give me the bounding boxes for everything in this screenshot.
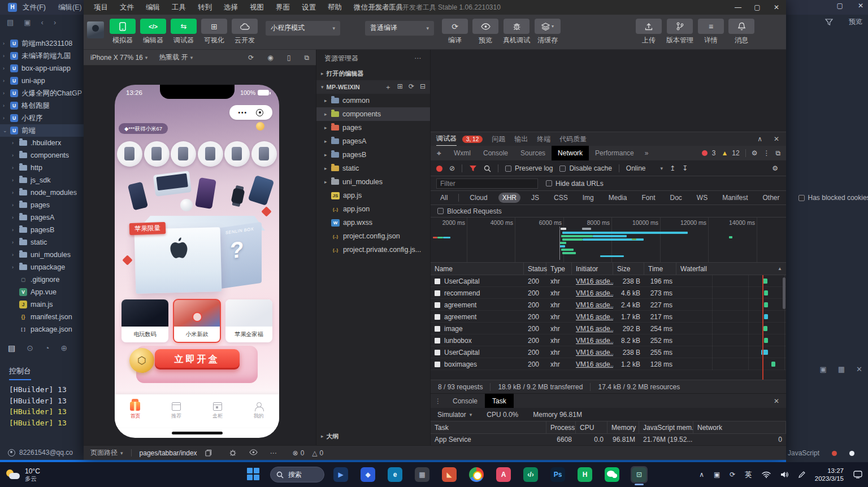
phone-tab-盒柜[interactable]: 盒柜 <box>197 394 238 427</box>
task-column-Network[interactable]: Network <box>693 421 786 433</box>
menu-item[interactable]: 帮助 <box>328 3 342 12</box>
tree-item[interactable]: ›pages <box>0 199 84 211</box>
phone-tab-推荐[interactable]: 推荐 <box>156 394 197 427</box>
preview-button[interactable]: 预览 <box>849 17 862 27</box>
tree-item[interactable]: Jmain.js <box>0 298 84 311</box>
record-status-icon[interactable] <box>832 451 837 456</box>
tree-item[interactable]: [ ]package.json <box>0 323 84 336</box>
blocked-requests-checkbox[interactable]: Blocked Requests <box>437 207 502 215</box>
toolbar-button-可视化[interactable]: ⊞可视化 <box>201 19 227 45</box>
network-table-header[interactable]: NameStatusTypeInitiatorSizeTimeWaterfall… <box>431 263 786 275</box>
hide-data-urls-checkbox[interactable]: Hide data URLs <box>546 180 604 188</box>
toolbar-action-版本管理[interactable]: 版本管理 <box>666 19 693 45</box>
mode-select[interactable]: 小程序模式▾ <box>266 21 340 36</box>
row-checkbox[interactable] <box>435 338 440 343</box>
prize-bubble[interactable] <box>117 141 142 167</box>
toolbar-button-编辑器[interactable]: </>编辑器 <box>140 19 166 45</box>
page-path-select[interactable]: 页面路径▾ <box>90 448 123 458</box>
type-filter-CSS[interactable]: CSS <box>550 193 572 203</box>
close-panel-icon[interactable]: ✕ <box>774 135 779 143</box>
error-counter[interactable]: ⊗0 <box>293 449 305 457</box>
throttling-select[interactable]: Online▾ <box>626 164 663 172</box>
row-checkbox[interactable] <box>435 290 440 296</box>
toolbar-button-云开发[interactable]: 云开发 <box>232 19 258 45</box>
forward-icon[interactable]: › <box>54 18 56 27</box>
refresh-icon[interactable]: ⟳ <box>248 54 254 62</box>
column-header-Type[interactable]: Type <box>546 263 572 275</box>
open-editors-section[interactable]: ▸打开的编辑器 <box>316 67 430 80</box>
category-card[interactable]: 小米新款 <box>173 299 220 342</box>
panel-tab-输出[interactable]: 输出 <box>514 134 528 144</box>
type-filter-Cloud[interactable]: Cloud <box>466 193 491 203</box>
eye-icon[interactable] <box>249 449 258 455</box>
taskbar-app-wechat[interactable] <box>604 466 620 483</box>
inspect-element-icon[interactable]: ⌖ <box>431 149 448 158</box>
taskbar-app-active-devtools[interactable]: ⊡ <box>631 466 648 483</box>
tray-expand-icon[interactable]: ∧ <box>699 471 704 479</box>
open-box-button[interactable]: 立即开盒 <box>155 349 240 369</box>
console-panel-title[interactable]: 控制台 <box>9 366 31 380</box>
category-card[interactable]: 苹果全家福 <box>225 299 272 342</box>
clear-icon[interactable]: ⊘ <box>449 164 455 172</box>
explorer-item[interactable]: {..}project.config.json <box>316 229 430 243</box>
more-actions-icon[interactable]: ⋯ <box>414 54 422 62</box>
row-checkbox[interactable] <box>435 279 440 284</box>
task-column-Task[interactable]: Task <box>431 421 546 433</box>
files-view-icon[interactable]: ▤ <box>8 343 15 353</box>
project-root-row[interactable]: ▾MP-WEIXIN ＋ ⊞ ⟳ ⊟ <box>316 80 430 94</box>
status-more-icon[interactable]: ⋯ <box>270 449 277 457</box>
row-checkbox[interactable] <box>435 350 440 355</box>
tree-item[interactable]: ›Ubox-app-uniapp <box>0 62 84 75</box>
initiator-link[interactable]: VM16 asde... <box>576 313 613 321</box>
close-icon[interactable]: ✕ <box>858 2 863 10</box>
export-har-icon[interactable]: ↧ <box>682 164 688 172</box>
column-header-Size[interactable]: Size <box>613 263 644 275</box>
tree-item[interactable]: ›components <box>0 149 84 162</box>
initiator-link[interactable]: VM16 asde... <box>576 337 613 345</box>
initiator-link[interactable]: VM16 asde... <box>576 325 613 333</box>
task-row[interactable]: App Service66080.096.81M21.76M (19.52...… <box>431 434 786 445</box>
menu-item[interactable]: 编辑(E) <box>58 3 82 12</box>
hot-reload-toggle[interactable]: 热重载 开 <box>159 53 188 62</box>
network-settings-icon[interactable]: ⚙ <box>772 164 778 172</box>
close-panel-icon[interactable]: ✕ <box>856 365 862 373</box>
initiator-link[interactable]: VM16 asde... <box>576 301 613 309</box>
tree-item[interactable]: ›http <box>0 162 84 174</box>
home-indicator[interactable] <box>172 432 223 434</box>
wifi-icon[interactable] <box>762 471 771 478</box>
outline-section[interactable]: ▸大纲 <box>316 429 430 443</box>
compile-select[interactable]: 普通编译▾ <box>365 21 434 36</box>
taskbar-clock[interactable]: 13:27 2023/3/15 <box>815 467 844 482</box>
task-column-CPU[interactable]: CPU <box>576 421 607 433</box>
type-filter-JS[interactable]: JS <box>527 193 543 203</box>
filter-funnel-icon[interactable] <box>469 165 477 172</box>
settings-gear-icon[interactable]: ⚙ <box>752 149 758 157</box>
toolbar-action-详情[interactable]: ≡详情 <box>698 19 724 45</box>
network-request-row[interactable]: recommend200xhrVM16 asde...4.6 kB273 ms <box>431 287 786 299</box>
filter-input[interactable]: Filter <box>436 179 538 189</box>
start-button[interactable] <box>247 468 261 481</box>
menu-item[interactable]: 文件(F) <box>23 3 46 12</box>
type-filter-Other[interactable]: Other <box>759 193 784 203</box>
toolbar-action-消息[interactable]: 消息 <box>728 19 754 45</box>
column-header-Status[interactable]: Status <box>524 263 546 275</box>
explorer-item[interactable]: {..}app.json <box>316 202 430 216</box>
menu-item[interactable]: 项目 <box>94 3 108 12</box>
type-filter-WS[interactable]: WS <box>693 193 711 203</box>
account-label[interactable]: 82261543@qq.co <box>19 449 73 456</box>
network-request-row[interactable]: image200xhrVM16 asde...292 B254 ms <box>431 323 786 334</box>
tree-item[interactable]: ›U火爆全网的ChatGP <box>0 87 84 99</box>
network-request-row[interactable]: agreement200xhrVM16 asde...1.7 kB217 ms <box>431 311 786 323</box>
explorer-item[interactable]: ▸uni_modules <box>316 175 430 189</box>
column-header-Waterfall[interactable]: Waterfall▲ <box>676 263 786 275</box>
network-request-row[interactable]: boximages200xhrVM16 asde...1.2 kB128 ms <box>431 358 786 370</box>
taskbar-app-media[interactable]: ▶ <box>332 466 349 483</box>
panel-tab-终端[interactable]: 终端 <box>537 134 550 144</box>
phone-tab-我的[interactable]: 我的 <box>238 394 279 427</box>
panel-tab-问题[interactable]: 问题 <box>492 134 505 144</box>
tree-item[interactable]: ›U未编译前端九国 <box>0 50 84 62</box>
gold-coin-badge[interactable]: ⬡ <box>129 348 154 373</box>
menu-item[interactable]: 视图 <box>250 3 264 12</box>
tree-item[interactable]: ›static <box>0 236 84 249</box>
record-icon[interactable]: ◉ <box>267 54 273 62</box>
